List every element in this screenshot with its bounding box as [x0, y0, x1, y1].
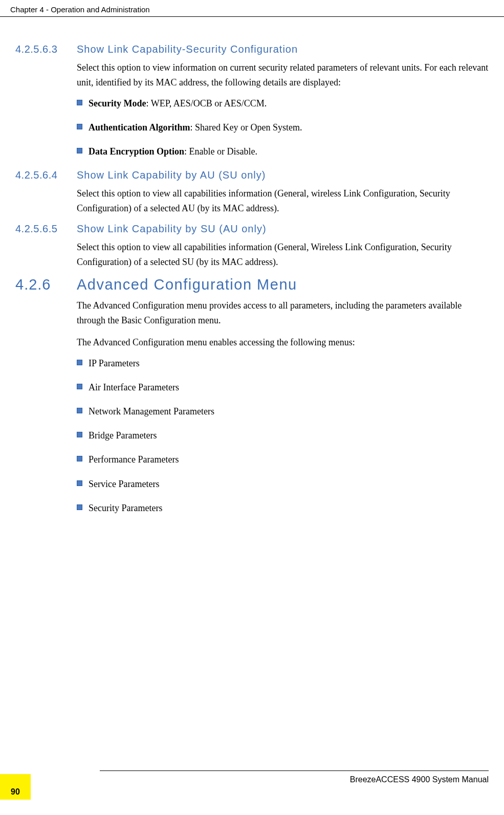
bullet-icon	[77, 456, 82, 461]
bullet-icon	[77, 480, 82, 486]
section-heading-426: 4.2.6 Advanced Configuration Menu	[15, 276, 489, 293]
section-title: Show Link Capability-Security Configurat…	[77, 43, 298, 55]
bullet-text: Bridge Parameters	[89, 429, 489, 442]
label-rest: : Shared Key or Open System.	[190, 122, 302, 133]
bullet-text: Air Interface Parameters	[89, 381, 489, 394]
list-item: Air Interface Parameters	[77, 381, 489, 394]
bullet-text: IP Parameters	[89, 357, 489, 370]
bullet-icon	[77, 148, 82, 153]
body-text: Select this option to view information o…	[77, 60, 489, 90]
bullet-text: Authentication Algorithm: Shared Key or …	[89, 121, 489, 134]
bullet-icon	[77, 124, 82, 129]
section-number: 4.2.6	[15, 276, 77, 293]
bullet-icon	[77, 432, 82, 437]
section-number: 4.2.5.6.5	[15, 223, 77, 235]
list-item: Service Parameters	[77, 478, 489, 491]
list-item: IP Parameters	[77, 357, 489, 370]
section-heading-42563: 4.2.5.6.3 Show Link Capability-Security …	[15, 43, 489, 55]
page-number-box: 90	[0, 774, 31, 800]
list-item: Network Management Parameters	[77, 405, 489, 418]
body-text: The Advanced Configuration menu provides…	[77, 298, 489, 328]
section-number: 4.2.5.6.3	[15, 43, 77, 55]
section-title: Advanced Configuration Menu	[77, 276, 297, 293]
body-text: The Advanced Configuration menu enables …	[77, 335, 489, 350]
chapter-label: Chapter 4 - Operation and Administration	[10, 5, 150, 14]
section-number: 4.2.5.6.4	[15, 169, 77, 181]
page-number: 90	[11, 787, 20, 797]
page-footer: 90 BreezeACCESS 4900 System Manual	[0, 770, 489, 800]
bullet-icon	[77, 100, 82, 105]
section-heading-42565: 4.2.5.6.5 Show Link Capability by SU (AU…	[15, 223, 489, 235]
label-rest: : Enable or Disable.	[184, 146, 257, 157]
page-content: 4.2.5.6.3 Show Link Capability-Security …	[0, 17, 504, 536]
bullet-text: Data Encryption Option: Enable or Disabl…	[89, 145, 489, 158]
section-heading-42564: 4.2.5.6.4 Show Link Capability by AU (SU…	[15, 169, 489, 181]
body-text: Select this option to view all capabilit…	[77, 240, 489, 270]
bullet-text: Performance Parameters	[89, 453, 489, 466]
label-rest: : WEP, AES/OCB or AES/CCM.	[146, 98, 267, 108]
list-item: Performance Parameters	[77, 453, 489, 466]
bullet-icon	[77, 504, 82, 510]
bullet-icon	[77, 384, 82, 389]
body-text: Select this option to view all capabilit…	[77, 186, 489, 216]
bullet-text: Network Management Parameters	[89, 405, 489, 418]
bullet-text: Security Mode: WEP, AES/OCB or AES/CCM.	[89, 97, 489, 110]
list-item: Bridge Parameters	[77, 429, 489, 442]
section-title: Show Link Capability by SU (AU only)	[77, 223, 267, 235]
section-title: Show Link Capability by AU (SU only)	[77, 169, 266, 181]
list-item: Security Parameters	[77, 502, 489, 515]
bold-label: Data Encryption Option	[89, 146, 184, 157]
bullet-icon	[77, 408, 82, 413]
bullet-text: Service Parameters	[89, 478, 489, 491]
list-item: Data Encryption Option: Enable or Disabl…	[77, 145, 489, 158]
list-item: Security Mode: WEP, AES/OCB or AES/CCM.	[77, 97, 489, 110]
bold-label: Security Mode	[89, 98, 146, 108]
bullet-icon	[77, 360, 82, 365]
page-header: Chapter 4 - Operation and Administration	[0, 0, 504, 17]
list-item: Authentication Algorithm: Shared Key or …	[77, 121, 489, 134]
bold-label: Authentication Algorithm	[89, 122, 190, 133]
bullet-text: Security Parameters	[89, 502, 489, 515]
footer-product: BreezeACCESS 4900 System Manual	[100, 770, 489, 784]
